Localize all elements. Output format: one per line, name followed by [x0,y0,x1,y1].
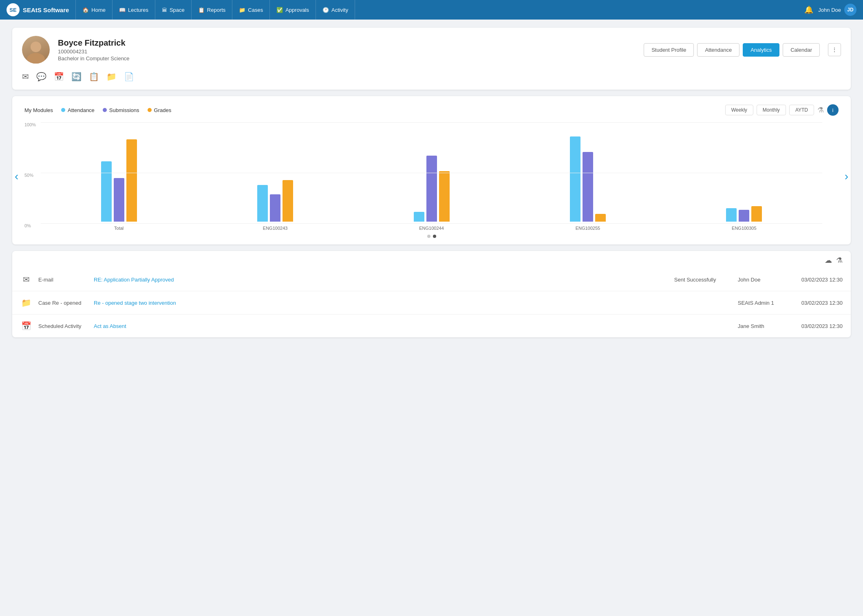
filter-icon[interactable]: ⚗ [836,256,843,265]
y-label-0: 0% [24,223,36,228]
activity-user: John Doe [738,277,795,283]
bar [439,171,450,222]
bar [739,210,749,222]
nav-icon: 🏛 [162,7,167,13]
profile-name: Boyce Fitzpatrick [58,38,636,48]
notification-bell-icon[interactable]: 🔔 [804,5,813,14]
legend-dot [103,108,107,112]
bar [114,178,124,222]
legend-item-submissions: Submissions [103,107,139,113]
ctrl-btn-weekly[interactable]: Weekly [725,105,753,115]
chart-controls: WeeklyMonthlyAYTD⚗i [725,104,839,116]
folder-action-icon[interactable]: 📁 [106,72,117,81]
bar-group-eng100305 [666,122,822,223]
activity-type: Scheduled Activity [38,323,87,329]
activity-date: 03/02/2023 12:30 [801,277,843,283]
bar-group-eng100244 [353,122,510,223]
nav-items: 🏠Home📖Lectures🏛Space📋Reports📁Cases✅Appro… [75,0,804,20]
nav-item-reports[interactable]: 📋Reports [192,0,233,20]
activity-user: SEAtS Admin 1 [738,300,795,306]
profile-actions: ✉ 💬 📅 🔄 📋 📁 📄 [22,70,841,81]
copy-action-icon[interactable]: 📋 [89,72,99,81]
nav-user: John Doe JD [818,4,856,16]
x-label: ENG100305 [666,226,822,231]
activity-link[interactable]: Re - opened stage two intervention [94,300,668,306]
activity-type-icon: 📁 [20,298,32,308]
nav-item-cases[interactable]: 📁Cases [232,0,270,20]
profile-id: 1000004231 [58,48,636,55]
chart-pagination-dots [24,235,839,238]
profile-tab-attendance[interactable]: Attendance [697,43,739,57]
avatar [22,36,50,64]
profile-tabs: Student ProfileAttendanceAnalyticsCalend… [644,43,820,57]
bar-chart [41,122,822,223]
legend-dot [61,108,65,112]
profile-tab-calendar[interactable]: Calendar [783,43,820,57]
activity-user: Jane Smith [738,323,795,329]
ctrl-btn-monthly[interactable]: Monthly [757,105,786,115]
legend-item-grades: Grades [148,107,172,113]
nav-icon: 🏠 [82,7,89,13]
nav-item-space[interactable]: 🏛Space [155,0,192,20]
profile-info: Boyce Fitzpatrick 1000004231 Bachelor in… [58,38,636,62]
filter-chart-icon[interactable]: ⚗ [817,106,824,114]
ctrl-btn-aytd[interactable]: AYTD [789,105,814,115]
activity-card: ☁ ⚗ ✉ E-mail RE: Application Partially A… [12,251,851,337]
bar [257,185,268,222]
nav-right: 🔔 John Doe JD [804,4,856,16]
bar [270,194,280,222]
calendar-action-icon[interactable]: 📅 [54,72,64,81]
nav-item-approvals[interactable]: ✅Approvals [270,0,316,20]
nav-item-activity[interactable]: 🕐Activity [316,0,355,20]
activity-date: 03/02/2023 12:30 [801,300,843,306]
bar [126,139,137,222]
nav-user-name: John Doe [818,7,841,13]
nav-icon: 📖 [119,7,126,13]
profile-tab-analytics[interactable]: Analytics [743,43,779,57]
profile-header: Boyce Fitzpatrick 1000004231 Bachelor in… [22,36,841,64]
info-icon[interactable]: i [827,104,839,116]
chat-action-icon[interactable]: 💬 [36,72,46,81]
profile-degree: Bachelor in Computer Science [58,55,636,62]
chart-prev-button[interactable]: ‹ [15,170,18,183]
navbar: SE SEAtS Software 🏠Home📖Lectures🏛Space📋R… [0,0,863,20]
chart-next-button[interactable]: › [845,170,848,183]
bar [751,206,762,222]
email-action-icon[interactable]: ✉ [22,72,29,81]
activity-list: ✉ E-mail RE: Application Partially Appro… [12,268,851,337]
brand: SE SEAtS Software [7,3,69,16]
nav-icon: ✅ [276,7,283,13]
activity-item: 📁 Case Re - opened Re - opened stage two… [12,291,851,315]
nav-icon: 📋 [198,7,205,13]
x-label: ENG100255 [510,226,666,231]
nav-icon: 🕐 [322,7,329,13]
activity-link[interactable]: Act as Absent [94,323,668,329]
x-label: ENG100243 [197,226,353,231]
main-content: Boyce Fitzpatrick 1000004231 Bachelor in… [0,20,863,352]
activity-type-icon: 📅 [20,321,32,331]
activity-date: 03/02/2023 12:30 [801,323,843,329]
refresh-action-icon[interactable]: 🔄 [71,72,82,81]
more-options-button[interactable]: ⋮ [828,43,841,56]
pagination-dot[interactable] [433,235,436,238]
bar-group-total [41,122,197,223]
legend-dot [148,108,152,112]
document-action-icon[interactable]: 📄 [124,72,134,81]
activity-toolbar: ☁ ⚗ [12,251,851,268]
nav-item-home[interactable]: 🏠Home [75,0,113,20]
bar [426,156,437,222]
activity-type: Case Re - opened [38,300,87,306]
bar [570,136,580,222]
legend-item-my-modules: My Modules [24,107,53,113]
bar [726,208,737,222]
brand-logo: SE [7,3,20,16]
chart-legend: My ModulesAttendanceSubmissionsGrades [24,107,171,113]
bar-group-eng100243 [197,122,353,223]
cloud-icon[interactable]: ☁ [825,256,832,265]
nav-item-lectures[interactable]: 📖Lectures [113,0,155,20]
profile-tab-student-profile[interactable]: Student Profile [644,43,694,57]
activity-link[interactable]: RE: Application Partially Approved [94,277,668,283]
bar [583,152,593,222]
pagination-dot[interactable] [427,235,430,238]
x-label: ENG100244 [353,226,510,231]
